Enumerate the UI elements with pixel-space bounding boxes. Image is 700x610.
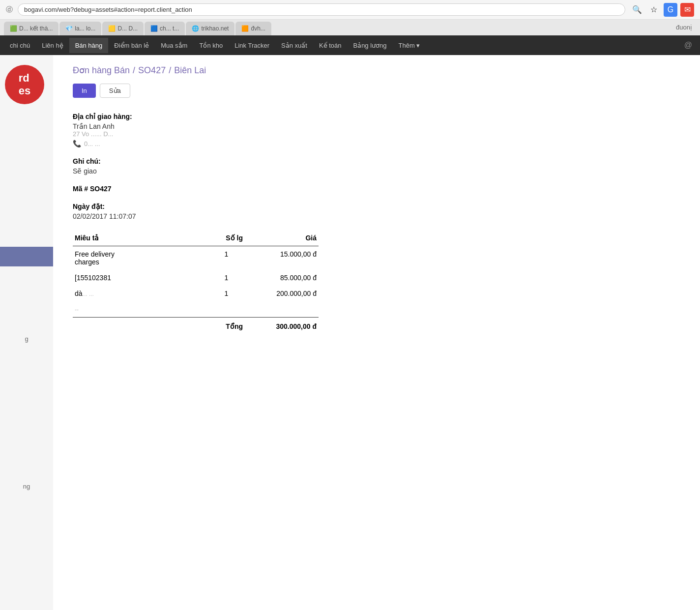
order-date-section: Ngày đặt: 02/02/2017 11:07:07 [73, 203, 680, 220]
nav-label-lienhe: Liên hệ [42, 42, 63, 49]
col-header-quantity: Số lg [208, 230, 245, 246]
breadcrumb-part2[interactable]: SO427 [138, 65, 166, 76]
tab-right-label: đuonị [672, 22, 696, 35]
total-row: Tổng 300.000,00 đ [73, 318, 319, 335]
browser-favicon: ⓓ [6, 5, 13, 14]
tab-label-1: D... kết thà... [19, 25, 53, 32]
sidebar-logo: rdes [5, 65, 44, 104]
delivery-address-label: Địa chỉ giao hàng: [73, 113, 680, 120]
row2-description: [155102381 [73, 270, 208, 286]
tab-favicon-6: 🟧 [241, 25, 249, 32]
browser-actions: 🔍 ☆ G ✉ [630, 3, 694, 17]
tab-favicon-2: 💎 [65, 25, 73, 32]
tab-label-2: la... lo... [75, 25, 95, 32]
nav-label-ketoan: Kế toán [319, 42, 342, 49]
row2-price: 85.000,00 đ [245, 270, 319, 286]
nav-item-muasam[interactable]: Mua sắm [155, 38, 193, 53]
nav-label-chu: chi chú [10, 42, 30, 49]
sidebar-label-g: g [0, 335, 53, 343]
nav-item-linktracker[interactable]: Link Tracker [229, 38, 275, 53]
address-bar[interactable]: bogavi.com/web?debug=assets#action=repor… [18, 3, 625, 16]
breadcrumb-sep2: / [169, 65, 171, 76]
nav-item-lienhe[interactable]: Liên hệ [36, 38, 69, 53]
url-text: bogavi.com/web?debug=assets#action=repor… [24, 6, 192, 13]
order-table: Miêu tả Số lg Giá Free deliverycharges 1… [73, 230, 319, 334]
tab-3[interactable]: 🟨 D... D... [102, 22, 144, 35]
nav-item-diembanle[interactable]: Điểm bán lẻ [108, 38, 155, 53]
nav-label-sanxuat: Sản xuất [281, 42, 307, 49]
tab-label-5: trikhao.net [201, 25, 229, 32]
nav-item-ketoan[interactable]: Kế toán [313, 38, 348, 53]
edit-button[interactable]: Sửa [100, 84, 130, 98]
row4-price [245, 301, 319, 318]
chevron-down-icon: ▾ [416, 42, 420, 49]
nav-item-them[interactable]: Thêm ▾ [393, 38, 426, 53]
nav-item-tonkho[interactable]: Tồn kho [193, 38, 229, 53]
page-layout: rdes g ng Đơn hàng Bán / SO427 / Biên La… [0, 55, 700, 610]
note-value: Sẽ giao [73, 167, 680, 175]
row4-description: -- [73, 301, 208, 318]
phone-icon: 📞 [73, 140, 81, 147]
tab-4[interactable]: 🟦 ch... t... [145, 22, 185, 35]
translate-button[interactable]: G [664, 3, 677, 17]
browser-bar: ⓓ bogavi.com/web?debug=assets#action=rep… [0, 0, 700, 20]
action-bar: In Sửa [73, 84, 680, 98]
bookmark-button[interactable]: ☆ [647, 3, 661, 17]
nav-label-muasam: Mua sắm [161, 42, 187, 49]
row1-description: Free deliverycharges [73, 246, 208, 270]
col-header-description: Miêu tả [73, 230, 208, 246]
row2-quantity: 1 [208, 270, 245, 286]
nav-label-tonkho: Tồn kho [199, 42, 223, 49]
nav-item-sanxuat[interactable]: Sản xuất [275, 38, 313, 53]
tabs-bar: 🟩 D... kết thà... 💎 la... lo... 🟨 D... D… [0, 20, 700, 35]
order-date-label: Ngày đặt: [73, 203, 680, 210]
sidebar-blue-bar [0, 247, 53, 266]
search-button[interactable]: 🔍 [630, 3, 644, 17]
breadcrumb-part1[interactable]: Đơn hàng Bán [73, 65, 130, 76]
tab-label-3: D... D... [117, 25, 138, 32]
sidebar: rdes g ng [0, 55, 53, 610]
table-row: [155102381 1 85.000,00 đ [73, 270, 319, 286]
col-header-price: Giá [245, 230, 319, 246]
tab-label-4: ch... t... [160, 25, 179, 32]
nav-label-linktracker: Link Tracker [234, 42, 269, 49]
nav-label-diembanle: Điểm bán lẻ [114, 42, 149, 49]
row1-price: 15.000,00 đ [245, 246, 319, 270]
breadcrumb-sep1: / [133, 65, 135, 76]
tab-favicon-3: 🟨 [108, 25, 116, 32]
note-label: Ghi chú: [73, 157, 680, 165]
total-label-text: Tổng [208, 318, 245, 335]
nav-logo: @ [680, 37, 696, 54]
table-row: dà... ... 1 200.000,00 đ [73, 286, 319, 301]
customer-name: Trần Lan Anh [73, 122, 680, 130]
total-value: 300.000,00 đ [245, 318, 319, 335]
nav-item-bangluong[interactable]: Bảng lương [347, 38, 392, 53]
row3-quantity: 1 [208, 286, 245, 301]
tab-label-6: đvh... [251, 25, 265, 32]
nav-label-banhang: Bán hàng [75, 42, 103, 49]
nav-label-them: Thêm [399, 42, 415, 49]
row4-quantity [208, 301, 245, 318]
nav-label-bangluong: Bảng lương [353, 42, 386, 49]
total-label [73, 318, 208, 335]
row3-price: 200.000,00 đ [245, 286, 319, 301]
sidebar-label-ng: ng [0, 483, 53, 490]
tab-favicon-5: 🌐 [192, 25, 199, 32]
table-row: Free deliverycharges 1 15.000,00 đ [73, 246, 319, 270]
tab-favicon-4: 🟦 [150, 25, 158, 32]
print-button[interactable]: In [73, 84, 96, 98]
tab-1[interactable]: 🟩 D... kết thà... [4, 22, 58, 35]
tab-5[interactable]: 🌐 trikhao.net [186, 22, 234, 35]
main-content: Đơn hàng Bán / SO427 / Biên Lai In Sửa Đ… [53, 55, 700, 610]
nav-item-banhang[interactable]: Bán hàng [69, 38, 109, 53]
table-row: -- [73, 301, 319, 318]
nav-logo-symbol: @ [684, 41, 692, 49]
row1-quantity: 1 [208, 246, 245, 270]
tab-6[interactable]: 🟧 đvh... [235, 22, 271, 35]
order-code: Mã # SO427 [73, 185, 680, 193]
receipt-section: Địa chỉ giao hàng: Trần Lan Anh 27 Vo ..… [73, 113, 680, 147]
nav-item-chú[interactable]: chi chú [4, 38, 36, 53]
extension-button[interactable]: ✉ [680, 3, 694, 17]
tab-2[interactable]: 💎 la... lo... [59, 22, 101, 35]
order-date-value: 02/02/2017 11:07:07 [73, 212, 680, 220]
